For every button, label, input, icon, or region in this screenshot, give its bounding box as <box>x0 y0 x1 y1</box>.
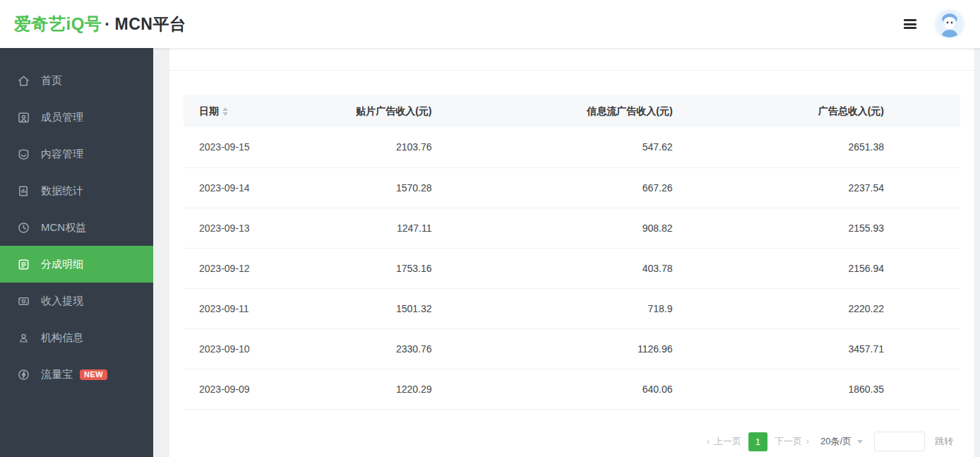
top-header: 爱奇艺iQ号 · MCN平台 <box>0 0 980 48</box>
sidebar-item-2[interactable]: 成员管理 <box>0 99 153 136</box>
sidebar-item-label: 数据统计 <box>41 184 83 198</box>
column-header-preroll: 贴片广告收入(元) <box>282 95 508 127</box>
column-header-date: 日期 <box>184 95 282 127</box>
cell-total-revenue: 2156.94 <box>749 248 960 288</box>
prev-page-button[interactable]: ‹ 上一页 <box>707 435 741 448</box>
sidebar-nav: 首页成员管理内容管理数据统计MCN权益分成明细收入提现机构信息流量宝NEW <box>0 48 153 457</box>
next-arrow-icon: › <box>806 437 809 446</box>
table-row: 2023-09-141570.28667.262237.54 <box>184 167 960 208</box>
table-row: 2023-09-152103.76547.622651.38 <box>184 127 960 167</box>
sort-toggle-icon[interactable] <box>222 107 228 116</box>
sidebar-item-label: 成员管理 <box>41 111 83 124</box>
sidebar-item-5[interactable]: MCN权益 <box>0 209 153 246</box>
cell-total-revenue: 3457.71 <box>749 328 960 369</box>
sidebar-item-7[interactable]: 收入提现 <box>0 283 153 319</box>
table-header-row: 日期 贴片广告收入(元) 信息流广告收入(元) 广告总收入(元) <box>184 95 960 127</box>
cell-date: 2023-09-12 <box>184 248 282 288</box>
cell-preroll-revenue: 2103.76 <box>282 127 508 167</box>
hamburger-menu-icon[interactable] <box>904 19 916 29</box>
sidebar-item-6[interactable]: 分成明细 <box>0 246 153 283</box>
stats-icon <box>17 184 30 197</box>
sidebar-item-label: MCN权益 <box>41 221 86 235</box>
prev-page-label: 上一页 <box>714 435 741 448</box>
next-page-label: 下一页 <box>775 435 802 448</box>
topbar-actions <box>904 11 963 37</box>
page-number-current[interactable]: 1 <box>748 432 767 451</box>
logo-platform-text: MCN平台 <box>115 13 186 35</box>
prev-arrow-icon: ‹ <box>707 437 710 446</box>
cell-feed-revenue: 667.26 <box>508 167 748 208</box>
sidebar-item-label: 首页 <box>41 74 62 88</box>
traffic-icon <box>17 368 30 381</box>
withdraw-icon <box>17 295 30 307</box>
content-toolbar <box>169 48 974 71</box>
jump-page-input[interactable] <box>874 432 925 451</box>
cell-feed-revenue: 403.78 <box>508 248 748 288</box>
table-row: 2023-09-131247.11908.822155.93 <box>184 208 960 248</box>
new-badge: NEW <box>80 369 107 380</box>
cell-preroll-revenue: 1501.32 <box>282 288 508 328</box>
cell-feed-revenue: 1126.96 <box>508 328 748 369</box>
cell-date: 2023-09-10 <box>184 328 282 369</box>
cell-feed-revenue: 718.9 <box>508 288 748 328</box>
cell-preroll-revenue: 1220.29 <box>282 369 508 409</box>
sidebar-item-9[interactable]: 流量宝NEW <box>0 356 153 393</box>
column-header-date-label: 日期 <box>199 105 219 117</box>
user-avatar[interactable] <box>936 11 963 37</box>
cell-total-revenue: 2220.22 <box>749 288 960 328</box>
column-header-feed: 信息流广告收入(元) <box>508 95 748 127</box>
logo-brand-text: 爱奇艺iQ号 <box>14 13 102 35</box>
cell-feed-revenue: 640.06 <box>508 369 748 409</box>
sidebar-item-1[interactable]: 首页 <box>0 62 153 99</box>
cell-date: 2023-09-15 <box>184 127 282 167</box>
cell-total-revenue: 2651.38 <box>749 127 960 167</box>
home-icon <box>17 74 30 87</box>
pagination: ‹ 上一页 1 下一页 › 20条/页 跳转 <box>707 432 953 451</box>
column-header-total: 广告总收入(元) <box>749 95 960 127</box>
content-icon <box>17 148 30 160</box>
avatar-figure-icon <box>936 11 963 37</box>
next-page-button[interactable]: 下一页 › <box>775 435 809 448</box>
sidebar-item-8[interactable]: 机构信息 <box>0 319 153 356</box>
app-logo: 爱奇艺iQ号 · MCN平台 <box>14 13 186 35</box>
chevron-down-icon <box>857 440 863 444</box>
logo-separator: · <box>104 15 110 34</box>
sidebar-item-label: 流量宝 <box>41 368 73 381</box>
sidebar-item-3[interactable]: 内容管理 <box>0 136 153 172</box>
cell-total-revenue: 1860.35 <box>749 369 960 409</box>
cell-preroll-revenue: 1247.11 <box>282 208 508 248</box>
table-row: 2023-09-121753.16403.782156.94 <box>184 248 960 288</box>
revenue-table-wrap: 日期 贴片广告收入(元) 信息流广告收入(元) 广告总收入(元) 2023-09… <box>184 95 960 410</box>
cell-preroll-revenue: 1753.16 <box>282 248 508 288</box>
revenue-detail-icon <box>17 258 30 271</box>
page-size-select[interactable]: 20条/页 <box>820 435 863 448</box>
sidebar-item-label: 内容管理 <box>41 148 83 161</box>
members-icon <box>17 111 30 124</box>
table-row: 2023-09-102330.761126.963457.71 <box>184 328 960 369</box>
page-size-label: 20条/页 <box>820 435 851 448</box>
main-content: 日期 贴片广告收入(元) 信息流广告收入(元) 广告总收入(元) 2023-09… <box>153 48 980 457</box>
cell-preroll-revenue: 2330.76 <box>282 328 508 369</box>
sidebar-item-4[interactable]: 数据统计 <box>0 172 153 209</box>
clock-icon <box>17 221 30 234</box>
cell-date: 2023-09-11 <box>184 288 282 328</box>
cell-preroll-revenue: 1570.28 <box>282 167 508 208</box>
cell-date: 2023-09-09 <box>184 369 282 409</box>
cell-total-revenue: 2155.93 <box>749 208 960 248</box>
org-info-icon <box>17 331 30 344</box>
cell-feed-revenue: 908.82 <box>508 208 748 248</box>
sidebar-item-label: 收入提现 <box>41 295 83 308</box>
revenue-table: 日期 贴片广告收入(元) 信息流广告收入(元) 广告总收入(元) 2023-09… <box>184 95 960 410</box>
sidebar-item-label: 分成明细 <box>41 258 83 271</box>
cell-date: 2023-09-13 <box>184 208 282 248</box>
jump-button[interactable]: 跳转 <box>935 435 953 448</box>
content-card: 日期 贴片广告收入(元) 信息流广告收入(元) 广告总收入(元) 2023-09… <box>169 48 974 457</box>
table-row: 2023-09-111501.32718.92220.22 <box>184 288 960 328</box>
sidebar-item-label: 机构信息 <box>41 331 83 345</box>
cell-total-revenue: 2237.54 <box>749 167 960 208</box>
cell-feed-revenue: 547.62 <box>508 127 748 167</box>
table-row: 2023-09-091220.29640.061860.35 <box>184 369 960 409</box>
cell-date: 2023-09-14 <box>184 167 282 208</box>
